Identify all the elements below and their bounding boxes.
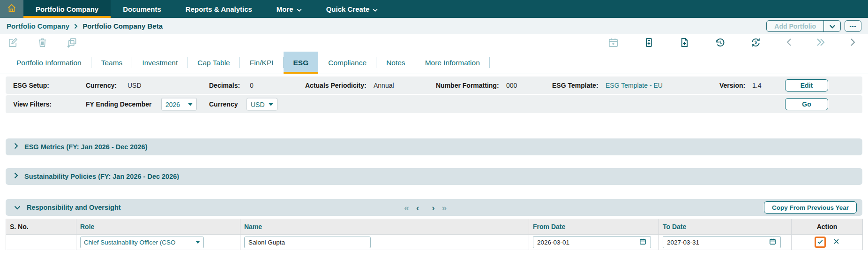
esg-setup-title: ESG Setup: [13, 82, 49, 89]
section-title: ESG Metrics (FY: Jan 2026 - Dec 2026) [24, 143, 147, 151]
trash-icon [37, 37, 48, 49]
to-date-input[interactable] [667, 239, 747, 246]
section-esg-metrics[interactable]: ESG Metrics (FY: Jan 2026 - Dec 2026) [6, 138, 862, 155]
toolbar-calendar-add-button[interactable] [608, 37, 619, 49]
dropdown-arrow-icon [269, 103, 273, 106]
section-responsibility-oversight[interactable]: Responsibility and Oversight « ‹ › » Cop… [6, 199, 862, 216]
filter-currency-label: Currency [209, 100, 238, 108]
col-header-action: Action [792, 219, 863, 235]
from-date-input[interactable] [537, 239, 617, 246]
nav-item-portfolio-company[interactable]: Portfolio Company [23, 0, 111, 18]
tab-cap-table[interactable]: Cap Table [187, 52, 240, 74]
tab-investment[interactable]: Investment [132, 52, 187, 74]
table-row: Chief Sustainability Officer (CSO [6, 235, 863, 250]
save-row-button[interactable] [815, 237, 826, 248]
section-sustainability-policies[interactable]: Sustainability Policies (FY: Jan 2026 - … [6, 168, 862, 185]
toolbar-history-button[interactable] [715, 37, 726, 49]
more-options-button[interactable]: ••• [845, 20, 861, 32]
cancel-row-button[interactable] [833, 238, 840, 246]
calendar-icon[interactable] [769, 237, 777, 247]
breadcrumb-bar: Portfolio Company Portfolio Company Beta… [0, 18, 868, 34]
toolbar-prev-record-button[interactable] [786, 38, 792, 48]
nav-item-more[interactable]: More [264, 0, 314, 18]
copy-from-previous-year-button[interactable]: Copy From Previous Year [764, 201, 857, 214]
history-clock-icon [715, 37, 726, 49]
toolbar-copy-button[interactable] [67, 37, 77, 49]
breadcrumb-chevron-icon [74, 23, 78, 29]
breadcrumb-current: Portfolio Company Beta [82, 22, 163, 30]
responsibility-pager: « ‹ › » [404, 203, 447, 212]
nav-item-label: More [277, 5, 293, 13]
pager-next-button[interactable]: › [432, 203, 434, 212]
periodicity-value: Annual [374, 82, 394, 89]
role-select[interactable]: Chief Sustainability Officer (CSO [80, 237, 204, 248]
decimals-label: Decimals: [209, 82, 240, 89]
tab-esg[interactable]: ESG [284, 52, 319, 74]
home-icon [7, 3, 17, 15]
toolbar-file-add-button[interactable] [679, 37, 690, 49]
esg-template-link[interactable]: ESG Template - EU [606, 82, 663, 89]
toolbar-next-record-button[interactable] [850, 38, 856, 48]
svg-text:$: $ [755, 40, 757, 45]
fy-ending-label: FY Ending December [86, 100, 152, 108]
from-date-cell [529, 235, 659, 250]
pager-prev-button[interactable]: ‹ [416, 203, 419, 212]
decimals-value: 0 [250, 82, 254, 89]
filter-currency-select[interactable]: USD [247, 98, 277, 111]
chevron-down-icon [297, 5, 302, 13]
nav-item-reports-analytics[interactable]: Reports & Analytics [173, 0, 264, 18]
breadcrumb-parent[interactable]: Portfolio Company [7, 22, 69, 30]
to-date-field [663, 236, 781, 248]
tab-compliance[interactable]: Compliance [318, 52, 376, 74]
fiscal-year-select[interactable]: 2026 [161, 98, 197, 111]
chevron-down-icon [829, 22, 836, 31]
toolbar-currency-sync-button[interactable]: $ [750, 37, 761, 49]
section-title: Responsibility and Oversight [27, 204, 121, 211]
number-formatting-value: 000 [506, 82, 517, 89]
periodicity-label: Actuals Periodicity: [305, 82, 367, 89]
col-header-to-date: To Date [659, 219, 792, 235]
tab-more-information[interactable]: More Information [415, 52, 490, 74]
pager-last-button[interactable]: » [442, 203, 447, 212]
add-portfolio-button[interactable]: Add Portfolio [767, 21, 823, 31]
home-button[interactable] [0, 0, 23, 18]
calendar-plus-icon [608, 37, 619, 49]
edit-button[interactable]: Edit [785, 79, 828, 92]
tab-notes[interactable]: Notes [376, 52, 415, 74]
nav-item-quick-create[interactable]: Quick Create [314, 0, 390, 18]
go-button[interactable]: Go [785, 98, 828, 110]
chevron-down-icon [14, 203, 21, 212]
toolbar-edit-button[interactable] [7, 37, 18, 49]
double-chevron-right-icon [816, 38, 825, 48]
toolbar-fast-forward-button[interactable] [816, 38, 825, 48]
nav-item-label: Documents [123, 5, 161, 13]
top-navbar: Portfolio Company Documents Reports & An… [0, 0, 868, 18]
col-header-role: Role [76, 219, 240, 235]
file-plus-icon [679, 37, 690, 49]
nav-item-documents[interactable]: Documents [111, 0, 173, 18]
tab-fin-kpi[interactable]: Fin/KPI [240, 52, 284, 74]
fiscal-year-value: 2026 [165, 100, 180, 108]
add-portfolio-dropdown-button[interactable] [823, 21, 840, 31]
copy-plus-icon [67, 37, 77, 49]
tab-teams[interactable]: Teams [91, 52, 133, 74]
chevron-right-icon [14, 143, 18, 151]
toolbar-delete-button[interactable] [37, 37, 48, 49]
role-cell: Chief Sustainability Officer (CSO [76, 235, 240, 250]
pager-first-button[interactable]: « [404, 203, 409, 212]
calendar-icon[interactable] [639, 237, 647, 247]
toolbar-bulk-update-button[interactable] [644, 37, 654, 49]
number-formatting-label: Number Formatting: [436, 82, 499, 89]
view-filters-title: View Filters: [13, 100, 52, 108]
esg-setup-bar: ESG Setup: Currency: USD Decimals: 0 Act… [6, 76, 862, 94]
responsibility-table: S. No. Role Name From Date To Date Actio… [6, 219, 863, 250]
col-header-from-date: From Date [529, 219, 659, 235]
dropdown-arrow-icon [195, 241, 200, 244]
tab-portfolio-information[interactable]: Portfolio Information [7, 52, 91, 74]
nav-item-label: Reports & Analytics [186, 5, 252, 13]
table-header-row: S. No. Role Name From Date To Date Actio… [6, 219, 863, 235]
section-title: Sustainability Policies (FY: Jan 2026 - … [24, 173, 179, 180]
chevron-down-icon [373, 5, 378, 13]
name-input[interactable] [244, 237, 371, 248]
document-plus-minus-icon [644, 37, 654, 49]
